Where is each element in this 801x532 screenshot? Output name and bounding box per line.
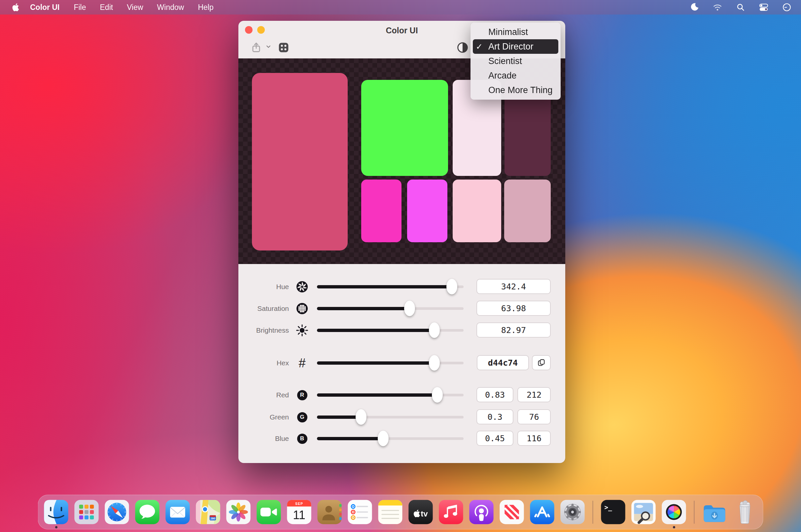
brightness-row: Brightness 82.97 bbox=[238, 322, 565, 338]
theme-menu-item-label: One More Thing bbox=[488, 85, 553, 95]
green-slider-thumb[interactable] bbox=[356, 409, 367, 425]
theme-menu-item-label: Scientist bbox=[488, 56, 522, 66]
dock-downloads-icon[interactable] bbox=[702, 499, 727, 525]
green-float-field[interactable]: 0.3 bbox=[477, 409, 514, 424]
svg-text:11: 11 bbox=[293, 508, 305, 522]
saturation-value-field[interactable]: 63.98 bbox=[477, 301, 551, 316]
dock-calendar-icon[interactable]: SEP11 bbox=[286, 499, 312, 525]
dock-separator bbox=[694, 501, 695, 524]
dock-maps-icon[interactable]: 280 bbox=[195, 499, 221, 525]
dock-reminders-icon[interactable] bbox=[347, 499, 373, 525]
dock-settings-icon[interactable] bbox=[560, 499, 585, 525]
dock-messages-icon[interactable] bbox=[135, 499, 160, 525]
svg-text:>_: >_ bbox=[604, 504, 613, 511]
blue-float-field[interactable]: 0.45 bbox=[477, 431, 514, 446]
theme-menu-item-art-director[interactable]: ✓Art Director bbox=[473, 39, 558, 54]
share-button[interactable] bbox=[250, 41, 272, 53]
dock-colorui-icon[interactable] bbox=[662, 499, 687, 525]
dock-appstore-icon[interactable] bbox=[529, 499, 555, 525]
theme-menu-item-one-more-thing[interactable]: One More Thing bbox=[473, 83, 558, 97]
dock-terminal-icon[interactable]: >_ bbox=[601, 499, 626, 525]
saturation-slider-thumb[interactable] bbox=[404, 301, 415, 316]
hue-value-field[interactable]: 342.4 bbox=[477, 279, 551, 294]
dock-notes-icon[interactable] bbox=[378, 499, 403, 525]
controls-panel: Hue 342.4Saturation 63.98Brightness 82.9… bbox=[238, 264, 565, 463]
running-indicator bbox=[673, 526, 675, 528]
red-int-field[interactable]: 212 bbox=[517, 387, 551, 402]
swatch-bottom-4[interactable] bbox=[504, 179, 551, 242]
theme-menu-item-scientist[interactable]: Scientist bbox=[473, 54, 558, 68]
menu-bar: Color UI FileEditViewWindowHelp bbox=[0, 0, 801, 15]
blue-badge-icon: B bbox=[297, 434, 308, 444]
dock-music-icon[interactable] bbox=[439, 499, 464, 525]
dock-preview-icon[interactable] bbox=[631, 499, 656, 525]
hue-label: Hue bbox=[238, 279, 289, 295]
menubar-item-view[interactable]: View bbox=[127, 3, 143, 12]
control-center-icon[interactable] bbox=[759, 2, 769, 12]
dock-finder-icon[interactable] bbox=[43, 499, 69, 525]
blue-label: Blue bbox=[238, 431, 289, 446]
theme-menu-item-arcade[interactable]: Arcade bbox=[473, 68, 558, 83]
theme-menu-item-label: Minimalist bbox=[488, 27, 528, 37]
red-float-field[interactable]: 0.83 bbox=[477, 387, 514, 402]
checkmark-icon: ✓ bbox=[476, 39, 483, 54]
swatch-bottom-2[interactable] bbox=[407, 179, 447, 242]
contrast-toggle-button[interactable] bbox=[456, 41, 469, 54]
chevron-down-icon bbox=[265, 43, 272, 52]
theme-menu-item-label: Art Director bbox=[488, 42, 534, 52]
menubar-app-name[interactable]: Color UI bbox=[30, 3, 59, 12]
svg-text:tv: tv bbox=[421, 509, 428, 518]
menubar-item-help[interactable]: Help bbox=[198, 3, 213, 12]
swatch-main[interactable] bbox=[252, 73, 348, 250]
blue-row: BlueB 0.45 116 bbox=[238, 431, 565, 446]
brightness-value-field[interactable]: 82.97 bbox=[477, 322, 551, 338]
hex-slider-thumb[interactable] bbox=[429, 355, 440, 370]
dock-news-icon[interactable] bbox=[499, 499, 525, 525]
red-row: RedR 0.83 212 bbox=[238, 387, 565, 403]
dock-trash-icon[interactable] bbox=[732, 499, 758, 525]
dock-podcasts-icon[interactable] bbox=[469, 499, 494, 525]
clock-icon[interactable] bbox=[782, 2, 792, 12]
hue-slider-thumb[interactable] bbox=[446, 279, 457, 294]
dock-facetime-icon[interactable] bbox=[256, 499, 282, 525]
dock-mail-icon[interactable] bbox=[165, 499, 190, 525]
swatch-top-1[interactable] bbox=[361, 80, 448, 176]
brightness-slider[interactable] bbox=[317, 329, 464, 332]
dock-safari-icon[interactable] bbox=[104, 499, 130, 525]
green-int-field[interactable]: 76 bbox=[517, 409, 551, 424]
blue-slider[interactable] bbox=[317, 437, 464, 440]
randomize-dice-button[interactable] bbox=[277, 41, 290, 54]
apple-menu-icon[interactable] bbox=[11, 3, 19, 12]
aperture-icon bbox=[295, 280, 309, 294]
hex-value-field[interactable]: d44c74 bbox=[477, 355, 529, 370]
red-label: Red bbox=[238, 387, 289, 403]
blue-int-field[interactable]: 116 bbox=[517, 431, 551, 446]
copy-hex-button[interactable] bbox=[532, 355, 551, 370]
menubar-item-edit[interactable]: Edit bbox=[100, 3, 113, 12]
search-icon[interactable] bbox=[735, 2, 746, 12]
red-slider[interactable] bbox=[317, 394, 464, 396]
dock-contacts-icon[interactable] bbox=[317, 499, 342, 525]
hue-slider[interactable] bbox=[317, 285, 464, 288]
wifi-icon[interactable] bbox=[712, 2, 722, 12]
theme-dropdown-menu: Minimalist✓Art DirectorScientistArcadeOn… bbox=[470, 22, 561, 100]
hex-slider[interactable] bbox=[317, 362, 464, 364]
swatch-bottom-1[interactable] bbox=[361, 179, 402, 242]
dock-photos-icon[interactable] bbox=[226, 499, 251, 525]
green-slider[interactable] bbox=[317, 416, 464, 418]
hex-row: Hex# d44c74 bbox=[238, 355, 565, 371]
dock-appletv-icon[interactable]: tv bbox=[408, 499, 433, 525]
hash-icon: # bbox=[298, 356, 305, 370]
red-slider-thumb[interactable] bbox=[432, 387, 443, 403]
dock: 280SEP11tv>_ bbox=[38, 495, 763, 529]
dock-launchpad-icon[interactable] bbox=[74, 499, 99, 525]
saturation-slider[interactable] bbox=[317, 307, 464, 310]
menubar-item-file[interactable]: File bbox=[74, 3, 86, 12]
blue-slider-thumb[interactable] bbox=[378, 431, 389, 446]
menubar-item-window[interactable]: Window bbox=[157, 3, 184, 12]
theme-menu-item-minimalist[interactable]: Minimalist bbox=[473, 25, 558, 39]
moon-icon[interactable] bbox=[689, 2, 699, 12]
swatch-bottom-3[interactable] bbox=[453, 179, 501, 242]
brightness-label: Brightness bbox=[238, 322, 289, 338]
brightness-slider-thumb[interactable] bbox=[429, 322, 440, 338]
